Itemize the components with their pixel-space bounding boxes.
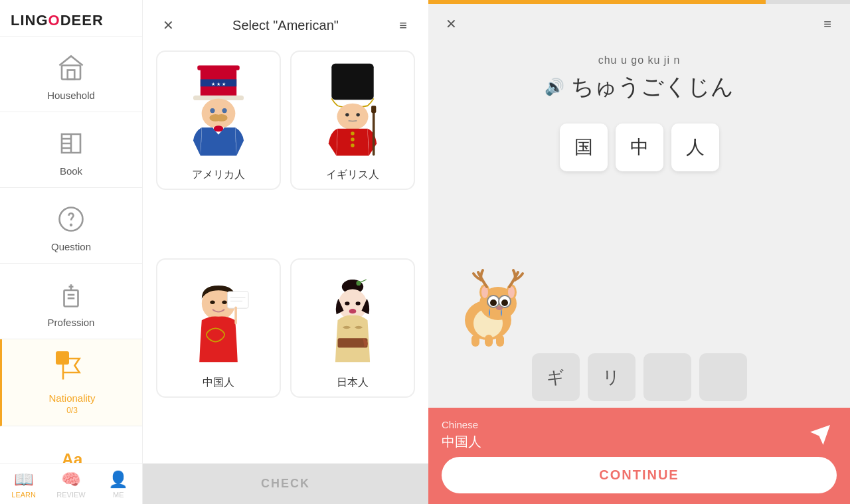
svg-rect-24 [373, 111, 375, 156]
review-icon: 🧠 [61, 470, 81, 489]
svg-point-18 [337, 104, 368, 130]
answer-tiles: 国 中 人 [428, 116, 850, 179]
left-sidebar: LINGODEER Household Book [0, 0, 143, 504]
sidebar-item-alphabet[interactable]: Aa Alphabet [0, 426, 142, 463]
svg-point-3 [70, 224, 72, 226]
japanese-label: 日本人 [337, 376, 369, 390]
me-icon: 👤 [108, 470, 128, 489]
app-logo: LINGODEER [11, 12, 104, 29]
japanese-main-word: 🔊 ちゅうごくじん [428, 69, 850, 116]
svg-rect-1 [68, 70, 75, 80]
answer-tile-1[interactable]: 国 [560, 124, 608, 171]
japanese-word: ちゅうごくじん [571, 72, 734, 102]
svg-rect-17 [331, 64, 373, 100]
svg-point-53 [490, 299, 497, 306]
svg-point-23 [351, 143, 354, 147]
svg-point-54 [501, 299, 508, 306]
quiz-close-button[interactable]: ✕ [439, 12, 463, 36]
logo-highlight: O [48, 12, 60, 29]
nationality-grid: ★ ★ ★ [143, 44, 428, 463]
modal-header: ✕ Select "American" ≡ [143, 0, 428, 44]
chinese-figure [164, 266, 273, 371]
nav-me[interactable]: 👤 ME [95, 463, 142, 504]
mascot-area [428, 179, 850, 347]
bottom-nav: 📖 LEARN 🧠 REVIEW 👤 ME [0, 463, 142, 504]
sidebar-book-label: Book [60, 165, 82, 177]
svg-point-21 [351, 131, 354, 135]
svg-rect-0 [62, 66, 80, 80]
send-icon[interactable] [804, 418, 837, 452]
option-tile-3[interactable] [643, 353, 691, 401]
check-button[interactable]: CHECK [143, 463, 428, 504]
alphabet-icon: Aa [54, 441, 88, 463]
profession-icon [54, 278, 88, 311]
continue-button[interactable]: CONTINUE [442, 457, 837, 493]
sidebar-item-nationality[interactable]: Nationality 0/3 [0, 339, 142, 426]
option-tile-2[interactable]: リ [588, 353, 636, 401]
deer-mascot [442, 260, 535, 347]
chinese-card[interactable]: 中国人 [156, 258, 281, 398]
nav-review-label: REVIEW [56, 491, 85, 499]
select-modal: ✕ Select "American" ≡ ★ ★ ★ [143, 0, 428, 504]
nationality-progress: 0/3 [66, 406, 78, 415]
progress-bar [428, 0, 850, 4]
svg-rect-42 [471, 335, 479, 347]
japanese-figure [298, 266, 407, 371]
svg-point-12 [210, 108, 214, 113]
british-label: イギリス人 [326, 168, 379, 182]
speaker-icon[interactable]: 🔊 [545, 78, 564, 96]
svg-rect-44 [496, 335, 504, 347]
learn-icon: 📖 [14, 470, 34, 489]
svg-rect-43 [485, 335, 493, 347]
quiz-panel: ✕ ≡ chu u go ku ji n 🔊 ちゅうごくじん 国 中 人 [428, 0, 850, 504]
nav-me-label: ME [113, 491, 124, 499]
british-card[interactable]: イギリス人 [290, 50, 415, 190]
svg-point-20 [356, 113, 359, 116]
right-header: ✕ ≡ [428, 4, 850, 44]
sidebar-item-question[interactable]: Question [0, 188, 142, 264]
sidebar-item-household[interactable]: Household [0, 37, 142, 112]
sidebar-household-label: Household [47, 90, 95, 101]
svg-point-19 [345, 113, 349, 116]
progress-bar-fill [428, 0, 766, 4]
nav-learn-label: LEARN [11, 491, 36, 499]
svg-point-27 [210, 301, 214, 304]
question-icon [54, 203, 88, 236]
svg-point-36 [345, 301, 349, 305]
answer-tile-2[interactable]: 中 [616, 124, 663, 171]
svg-rect-29 [228, 292, 249, 308]
quiz-menu-button[interactable]: ≡ [815, 12, 839, 36]
nationality-badge [56, 351, 69, 365]
answer-tile-3[interactable]: 人 [671, 124, 719, 171]
japanese-card[interactable]: 日本人 [290, 258, 415, 398]
svg-point-11 [202, 98, 236, 128]
svg-rect-30 [234, 307, 237, 325]
modal-close-button[interactable]: ✕ [156, 13, 180, 37]
modal-menu-button[interactable]: ≡ [391, 13, 415, 37]
nav-learn[interactable]: 📖 LEARN [0, 463, 47, 504]
svg-point-28 [222, 301, 226, 304]
nationality-icon [56, 354, 89, 387]
option-tile-4[interactable] [699, 353, 747, 401]
chinese-label: 中国人 [203, 376, 234, 390]
svg-point-37 [356, 301, 361, 305]
household-icon [54, 51, 88, 84]
book-icon [54, 127, 88, 160]
nav-review[interactable]: 🧠 REVIEW [47, 463, 94, 504]
british-figure [298, 58, 407, 163]
logo-area: LINGODEER [0, 0, 142, 37]
result-language: Chinese [442, 419, 793, 430]
svg-text:★ ★ ★: ★ ★ ★ [211, 81, 226, 87]
result-chinese: 中国人 [442, 433, 793, 451]
american-card[interactable]: ★ ★ ★ [156, 50, 281, 190]
option-tile-1[interactable]: ギ [532, 353, 580, 401]
sidebar-item-profession[interactable]: Profession [0, 264, 142, 339]
modal-title: Select "American" [180, 18, 391, 33]
sidebar-profession-label: Profession [48, 317, 95, 328]
svg-point-16 [214, 126, 224, 131]
sidebar-question-label: Question [51, 241, 91, 252]
american-figure: ★ ★ ★ [164, 58, 273, 163]
svg-point-22 [351, 137, 354, 141]
svg-point-13 [222, 108, 226, 113]
sidebar-item-book[interactable]: Book [0, 112, 142, 188]
